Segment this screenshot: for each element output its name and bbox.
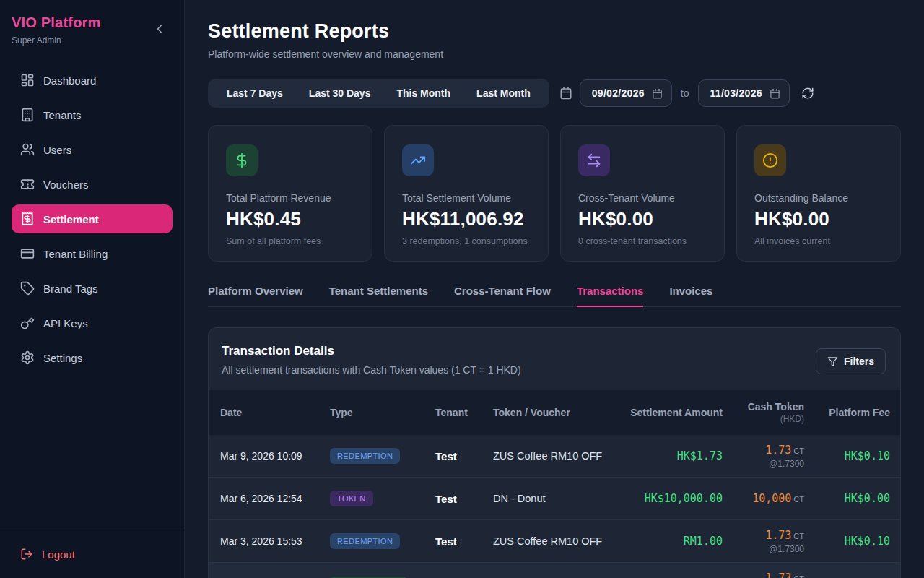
stat-value: HK$0.00 — [578, 208, 707, 230]
date-to-value: 11/03/2026 — [710, 87, 762, 99]
table-row[interactable]: Mar 3, 2026 15:53 REDEMPTION Test ZUS Co… — [209, 520, 900, 563]
transaction-date: Mar 9, 2026 10:09 — [220, 450, 330, 462]
table-row[interactable]: Mar 6, 2026 12:54 TOKEN Test DN - Donut … — [209, 478, 900, 520]
table-header-row: Date Type Tenant Token / Voucher Settlem… — [209, 390, 900, 435]
transaction-token: ZUS Coffee RM10 OFF — [493, 450, 623, 462]
stat-card-outstanding-balance: Outstanding Balance HK$0.00 All invoices… — [736, 125, 901, 262]
column-header-date: Date — [220, 407, 330, 418]
cash-token-rate: @1.7300 — [723, 459, 804, 469]
stat-card-total-settlement-volume: Total Settlement Volume HK$11,006.92 3 r… — [384, 125, 549, 262]
cash-token-value: 1.73 — [765, 444, 791, 457]
sidebar-nav: Dashboard Tenants Users Vouchers Settlem… — [0, 48, 184, 530]
cash-token-unit: CT — [793, 532, 804, 540]
sidebar-item-vouchers[interactable]: Vouchers — [12, 170, 173, 199]
main-content: Settlement Reports Platform-wide settlem… — [185, 0, 924, 578]
column-header-cash-token: Cash Token (HKD) — [723, 401, 804, 424]
dashboard-icon — [20, 73, 35, 87]
table-row[interactable]: Mar 9, 2026 10:09 REDEMPTION Test ZUS Co… — [209, 435, 900, 478]
transaction-token: ZUS Coffee RM10 OFF — [493, 535, 623, 547]
preset-button-last-30-days[interactable]: Last 30 Days — [296, 79, 384, 108]
stat-card-total-platform-revenue: Total Platform Revenue HK$0.45 Sum of al… — [208, 125, 372, 262]
sidebar-item-settings[interactable]: Settings — [12, 343, 173, 372]
stat-subtext: All invoices current — [754, 236, 883, 246]
tab-invoices[interactable]: Invoices — [669, 280, 712, 307]
sidebar-collapse-button[interactable] — [152, 22, 167, 36]
cash-token-value: 1.73 — [765, 571, 791, 578]
swap-arrows-icon — [578, 144, 610, 176]
sidebar-item-tenants[interactable]: Tenants — [12, 100, 173, 129]
sidebar-item-label: Settlement — [43, 213, 99, 225]
filters-button-label: Filters — [844, 355, 874, 367]
transaction-cash-token: 1.73CT @1.7300 — [723, 444, 804, 469]
logout-button[interactable]: Logout — [20, 548, 164, 561]
column-header-amount: Settlement Amount — [623, 407, 723, 418]
column-header-cash-token-unit: (HKD) — [723, 414, 804, 424]
page-subtitle: Platform-wide settlement overview and ma… — [208, 48, 901, 60]
sidebar-item-label: Vouchers — [43, 178, 89, 191]
transaction-type-cell: REDEMPTION — [330, 448, 435, 464]
transaction-type-badge: REDEMPTION — [330, 533, 400, 549]
sidebar-item-label: Brand Tags — [43, 282, 98, 295]
sidebar-item-tenant-billing[interactable]: Tenant Billing — [12, 239, 173, 268]
column-header-fee: Platform Fee — [804, 407, 890, 418]
app-title: VIO Platform — [12, 14, 173, 31]
stat-value: HK$11,006.92 — [402, 208, 531, 230]
preset-button-this-month[interactable]: This Month — [383, 79, 463, 108]
sidebar-item-dashboard[interactable]: Dashboard — [12, 66, 173, 95]
sidebar-item-label: Dashboard — [43, 74, 96, 87]
app-subtitle: Super Admin — [12, 35, 173, 46]
transaction-card-title: Transaction Details — [222, 344, 816, 358]
sidebar-item-settlement[interactable]: Settlement — [12, 204, 173, 233]
transaction-fee: HK$0.10 — [804, 449, 890, 462]
sidebar-item-brand-tags[interactable]: Brand Tags — [12, 274, 173, 303]
filters-button[interactable]: Filters — [816, 348, 886, 374]
column-header-token: Token / Voucher — [493, 407, 623, 418]
transaction-tenant: Test — [435, 493, 493, 505]
stat-value: HK$0.45 — [226, 208, 354, 230]
sidebar-item-label: Settings — [43, 352, 82, 364]
refresh-button[interactable] — [801, 87, 814, 100]
page-title: Settlement Reports — [208, 20, 901, 43]
transaction-cash-token: 1.73CT @1.7300 — [723, 529, 804, 554]
sidebar-item-users[interactable]: Users — [12, 135, 173, 164]
preset-button-last-month[interactable]: Last Month — [463, 79, 544, 108]
sidebar-header: VIO Platform Super Admin — [0, 0, 184, 48]
stat-label: Total Platform Revenue — [226, 192, 354, 204]
stat-label: Outstanding Balance — [754, 192, 883, 204]
transaction-fee: HK$0.00 — [804, 492, 890, 505]
date-range-to-label: to — [681, 87, 689, 99]
cash-token-unit: CT — [793, 495, 804, 504]
credit-card-icon — [20, 246, 35, 261]
transaction-card-subtitle: All settlement transactions with Cash To… — [222, 364, 816, 376]
tab-cross-tenant-flow[interactable]: Cross-Tenant Flow — [454, 280, 551, 307]
table-row[interactable]: CONSUMPTION RM1.00 1.73CT @1.7300 HK$0.1… — [209, 563, 900, 578]
logout-icon — [20, 548, 33, 561]
refresh-icon — [801, 87, 814, 100]
preset-button-last-7-days[interactable]: Last 7 Days — [214, 79, 296, 108]
date-to-input[interactable]: 11/03/2026 — [698, 79, 790, 107]
sidebar-item-label: Tenant Billing — [43, 248, 108, 260]
transaction-type-cell: REDEMPTION — [330, 533, 435, 549]
transaction-type-badge: TOKEN — [330, 491, 373, 506]
calendar-icon — [652, 88, 663, 99]
cash-token-unit: CT — [793, 447, 804, 455]
trending-up-icon — [402, 144, 434, 176]
sidebar-item-label: API Keys — [43, 317, 88, 329]
tab-transactions[interactable]: Transactions — [577, 280, 644, 307]
alert-circle-icon — [754, 144, 786, 176]
transaction-tenant: Test — [435, 535, 493, 548]
tab-tenant-settlements[interactable]: Tenant Settlements — [329, 280, 428, 307]
transaction-tenant: Test — [435, 450, 493, 462]
date-preset-group: Last 7 DaysLast 30 DaysThis MonthLast Mo… — [208, 79, 549, 108]
stat-subtext: Sum of all platform fees — [226, 236, 354, 246]
stat-subtext: 3 redemptions, 1 consumptions — [402, 236, 531, 246]
funnel-icon — [827, 356, 838, 367]
logout-label: Logout — [42, 548, 75, 561]
tab-platform-overview[interactable]: Platform Overview — [208, 280, 303, 307]
table-body: Mar 9, 2026 10:09 REDEMPTION Test ZUS Co… — [209, 435, 900, 578]
chevron-left-icon — [152, 22, 167, 36]
date-from-input[interactable]: 09/02/2026 — [580, 79, 672, 107]
receipt-dollar-icon — [20, 212, 35, 226]
stat-label: Cross-Tenant Volume — [578, 192, 707, 204]
sidebar-item-api-keys[interactable]: API Keys — [12, 309, 173, 337]
